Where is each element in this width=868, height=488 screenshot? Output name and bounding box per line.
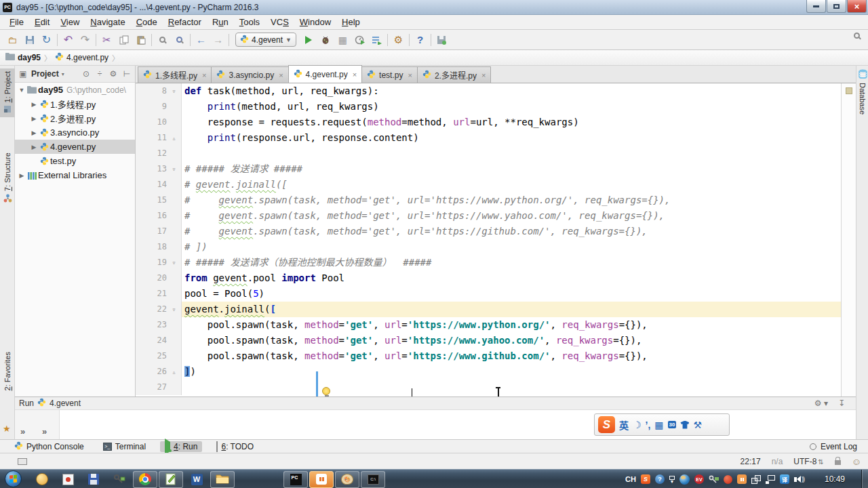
menu-item-code[interactable]: Code bbox=[131, 16, 163, 28]
tree-toggle-icon[interactable]: ▶ bbox=[30, 144, 38, 150]
taskbar-app-notepad-plus[interactable] bbox=[159, 471, 183, 488]
stripe-button-project[interactable]: 1: Project bbox=[0, 68, 15, 117]
open-icon[interactable]: 🗀 bbox=[4, 32, 21, 48]
menu-item-run[interactable]: Run bbox=[207, 16, 234, 28]
code-line[interactable]: 20from gevent.pool import Pool bbox=[136, 270, 841, 286]
coverage-icon[interactable]: ▦ bbox=[334, 32, 351, 48]
sogou-logo-icon[interactable]: S bbox=[598, 416, 615, 433]
tray-expand-icon[interactable]: ▼ bbox=[669, 476, 675, 483]
close-button[interactable]: × bbox=[847, 0, 867, 13]
stripe-button-structure[interactable]: 7: Structure bbox=[0, 150, 15, 207]
menu-item-file[interactable]: File bbox=[4, 16, 29, 28]
taskbar-app-floppy-app[interactable] bbox=[81, 471, 106, 488]
tray-help-icon[interactable]: ? bbox=[655, 474, 665, 484]
code-line[interactable]: 18# ]) bbox=[136, 239, 841, 255]
fold-marker-icon[interactable]: ▿ bbox=[167, 83, 182, 99]
editor-scrollbar[interactable] bbox=[841, 83, 856, 396]
file-encoding[interactable]: UTF-8⇅ bbox=[793, 457, 823, 466]
code-line[interactable]: 24 pool.spawn(task, method='get', url='h… bbox=[136, 333, 841, 348]
expand-toolbar-icon[interactable]: » bbox=[20, 426, 25, 436]
tree-toggle-icon[interactable]: ▶ bbox=[30, 129, 38, 136]
editor-tab[interactable]: 3.asyncio.py× bbox=[211, 66, 288, 83]
edit-configurations-icon[interactable] bbox=[368, 32, 385, 48]
hide-panel-icon[interactable]: ↧ bbox=[838, 399, 845, 408]
breadcrumb-item[interactable]: day95 bbox=[5, 53, 41, 62]
code-line[interactable]: 12 bbox=[136, 146, 841, 161]
collapse-all-icon[interactable]: ⊢ bbox=[121, 69, 132, 79]
code-line[interactable]: 22▿gevent.joinall([ bbox=[136, 302, 841, 317]
code-line[interactable]: 15# gevent.spawn(task, method='get', url… bbox=[136, 192, 841, 208]
code-line[interactable]: 17# gevent.spawn(task, method='get', url… bbox=[136, 224, 841, 239]
toolbox-icon[interactable]: ⚒ bbox=[693, 420, 702, 430]
editor-tab[interactable]: 2.多进程.py× bbox=[417, 66, 491, 83]
code-line[interactable]: 23 pool.spawn(task, method='get', url='h… bbox=[136, 317, 841, 333]
tray-globe-icon[interactable] bbox=[679, 474, 690, 485]
taskbar-app-chrome[interactable] bbox=[133, 471, 157, 488]
code-line[interactable]: 27 bbox=[136, 380, 841, 395]
save-all-icon[interactable] bbox=[433, 32, 450, 48]
menu-item-vcs[interactable]: VCS bbox=[265, 16, 294, 28]
close-tab-icon[interactable]: × bbox=[202, 71, 206, 79]
tray-sogou-icon[interactable]: S bbox=[641, 474, 650, 484]
editor-tab[interactable]: 1.多线程.py× bbox=[138, 66, 212, 83]
vcs-branch[interactable]: n/a bbox=[772, 457, 783, 466]
tray-orange-icon[interactable] bbox=[737, 474, 747, 484]
locate-icon[interactable]: ⊙ bbox=[81, 69, 92, 79]
hector-inspection-icon[interactable]: ☺ bbox=[852, 456, 861, 467]
editor-tab[interactable]: 4.gevent.py× bbox=[288, 65, 362, 83]
tray-volume-icon[interactable]: )) bbox=[794, 476, 804, 483]
menu-item-window[interactable]: Window bbox=[294, 16, 336, 28]
code-line[interactable]: 8▿def task(method, url, req_kwargs): bbox=[136, 83, 841, 99]
code-line[interactable]: 21pool = Pool(5) bbox=[136, 286, 841, 302]
menu-item-view[interactable]: View bbox=[55, 16, 85, 28]
fold-marker-icon[interactable]: ▵ bbox=[167, 130, 182, 146]
tree-item[interactable]: test.py bbox=[15, 154, 135, 168]
code-line[interactable]: 10 response = requests.request(method=me… bbox=[136, 115, 841, 130]
code-line[interactable]: 25 pool.spawn(task, method='get', url='h… bbox=[136, 348, 841, 364]
fold-marker-icon[interactable]: ▿ bbox=[167, 161, 182, 177]
taskbar-app-media-app[interactable] bbox=[30, 471, 54, 488]
intention-bulb-icon[interactable] bbox=[322, 387, 331, 396]
person-stats-icon[interactable]: 30 bbox=[668, 421, 677, 428]
tree-item[interactable]: ▶External Libraries bbox=[15, 168, 135, 182]
tree-item[interactable]: ▶2.多进程.py bbox=[15, 111, 135, 125]
code-line[interactable]: 26▵]) bbox=[136, 364, 841, 380]
close-tab-icon[interactable]: × bbox=[279, 71, 283, 79]
tool-window-button-python-console[interactable]: Python Console bbox=[9, 441, 89, 453]
code-line[interactable]: 13▿# ##### 发送请求 ##### bbox=[136, 161, 841, 177]
close-tab-icon[interactable]: × bbox=[481, 71, 486, 79]
paste-icon[interactable] bbox=[132, 32, 149, 48]
menu-item-refactor[interactable]: Refactor bbox=[163, 16, 207, 28]
tree-item[interactable]: ▼day95G:\python_code\ bbox=[15, 83, 135, 97]
moon-icon[interactable]: ☽ bbox=[633, 420, 642, 430]
run-configuration-selector[interactable]: 4.gevent▼ bbox=[235, 33, 296, 47]
minimize-button[interactable] bbox=[806, 0, 826, 13]
code-line[interactable]: 14# gevent.joinall([ bbox=[136, 177, 841, 192]
menu-item-help[interactable]: Help bbox=[336, 16, 366, 28]
stripe-button-favorites[interactable]: 2: Favorites bbox=[0, 349, 15, 393]
close-tab-icon[interactable]: × bbox=[353, 70, 357, 79]
ime-mode-toggle[interactable]: 英 bbox=[619, 418, 629, 432]
close-tab-icon[interactable]: × bbox=[408, 71, 412, 79]
taskbar-app-pycharm[interactable]: PC bbox=[283, 471, 308, 488]
lock-icon[interactable] bbox=[835, 460, 841, 465]
fold-marker-icon[interactable]: ▿ bbox=[167, 255, 182, 270]
event-log-button[interactable]: Event Log bbox=[810, 442, 857, 451]
gear-icon[interactable]: ⚙ bbox=[108, 69, 119, 79]
taskbar-app-explorer[interactable] bbox=[210, 471, 235, 488]
find-icon[interactable] bbox=[154, 32, 171, 48]
code-editor[interactable]: 8▿def task(method, url, req_kwargs):9 pr… bbox=[136, 83, 841, 396]
tree-toggle-icon[interactable]: ▶ bbox=[30, 115, 38, 122]
fold-marker-icon[interactable]: ▵ bbox=[167, 364, 182, 380]
run-icon[interactable] bbox=[300, 32, 317, 48]
expand-toolbar-icon[interactable]: » bbox=[42, 426, 47, 436]
menu-item-edit[interactable]: Edit bbox=[29, 16, 55, 28]
tool-window-button-terminal[interactable]: >_Terminal bbox=[98, 441, 151, 452]
taskbar-app-snip-app[interactable] bbox=[56, 471, 80, 488]
clock[interactable]: 10:49 bbox=[825, 474, 845, 484]
tool-window-button-6-todo[interactable]: 6: TODO bbox=[212, 441, 258, 452]
tray-windows-stack-icon[interactable] bbox=[751, 475, 761, 484]
save-icon[interactable] bbox=[21, 32, 38, 48]
tree-item[interactable]: ▶3.asyncio.py bbox=[15, 125, 135, 140]
project-panel-title[interactable]: Project bbox=[31, 69, 59, 79]
